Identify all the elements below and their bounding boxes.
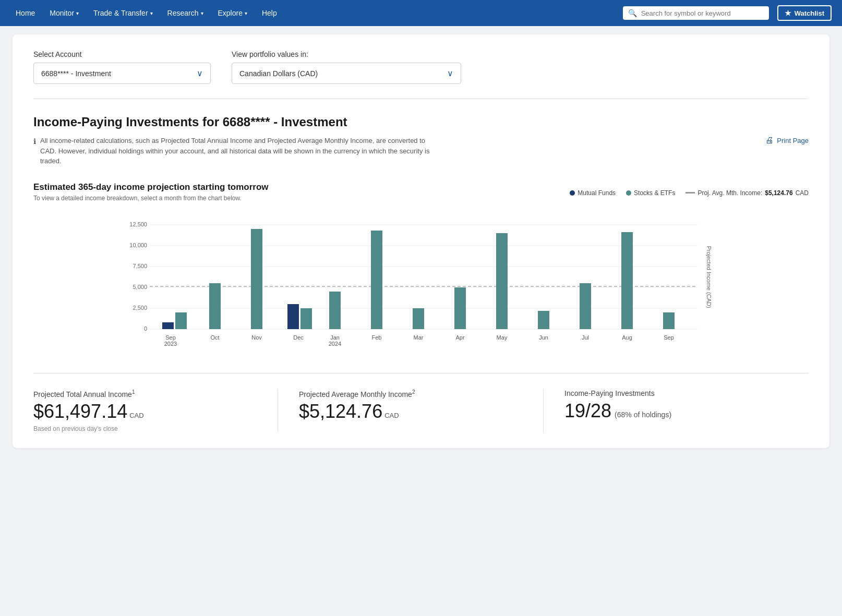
svg-text:May: May (497, 334, 508, 341)
info-row: ℹ All income-related calculations, such … (33, 136, 809, 166)
svg-text:Jul: Jul (582, 334, 589, 341)
svg-text:Aug: Aug (622, 334, 632, 341)
svg-text:Feb: Feb (372, 334, 382, 341)
page-title: Income-Paying Investments for 6688**** -… (33, 115, 809, 129)
stat-monthly-label: Projected Average Monthly Income2 (299, 389, 522, 398)
bar-jul-se[interactable] (580, 283, 591, 329)
chevron-down-icon: ▾ (245, 10, 247, 16)
svg-text:5,000: 5,000 (133, 284, 147, 290)
currency-selector-label: View portfolio values in: (232, 50, 461, 58)
info-text-block: ℹ All income-related calculations, such … (33, 136, 440, 166)
svg-text:Oct: Oct (210, 334, 219, 341)
legend-stocks-etfs: Stocks & ETFs (626, 189, 675, 197)
account-selector-group: Select Account 6688**** - Investment ∨ (33, 50, 211, 84)
chevron-down-icon: ▾ (150, 10, 153, 16)
account-selector-label: Select Account (33, 50, 211, 58)
nav-explore[interactable]: Explore ▾ (213, 6, 252, 20)
chart-title: Estimated 365-day income projection star… (33, 182, 269, 192)
navbar: Home Monitor ▾ Trade & Transfer ▾ Resear… (0, 0, 842, 26)
chart-section: Estimated 365-day income projection star… (33, 182, 809, 352)
nav-research[interactable]: Research ▾ (162, 6, 209, 20)
chart-svg-wrapper: 12,500 10,000 7,500 5,000 2,500 0 Projec… (33, 214, 809, 352)
svg-text:Mar: Mar (414, 334, 424, 341)
chart-subtitle: To view a detailed income breakdown, sel… (33, 195, 269, 202)
bar-apr-se[interactable] (454, 287, 466, 329)
svg-text:2024: 2024 (329, 341, 341, 347)
selectors-row: Select Account 6688**** - Investment ∨ V… (33, 50, 809, 99)
nav-trade-transfer[interactable]: Trade & Transfer ▾ (88, 6, 158, 20)
svg-text:Apr: Apr (455, 334, 464, 341)
watchlist-button[interactable]: ★ Watchlist (777, 5, 832, 21)
print-button[interactable]: 🖨 Print Page (765, 136, 809, 145)
bar-sep-se[interactable] (663, 312, 675, 329)
search-icon: 🔍 (628, 9, 637, 17)
svg-text:Nov: Nov (251, 334, 262, 341)
stat-annual-income: Projected Total Annual Income1 $61,497.1… (33, 389, 278, 432)
bar-mar-se[interactable] (413, 308, 424, 329)
svg-text:2023: 2023 (164, 341, 177, 347)
bar-nov-se[interactable] (251, 229, 262, 329)
bar-feb-se[interactable] (371, 231, 382, 329)
stat-monthly-income: Projected Average Monthly Income2 $5,124… (299, 389, 544, 432)
stat-holdings-label: Income-Paying Investments (564, 389, 788, 397)
svg-text:0: 0 (144, 325, 147, 332)
bar-chart-svg[interactable]: 12,500 10,000 7,500 5,000 2,500 0 Projec… (33, 214, 809, 350)
svg-text:Projected Income (CAD): Projected Income (CAD) (706, 246, 712, 308)
stat-annual-value-row: $61,497.14CAD (33, 401, 257, 422)
bar-may-se[interactable] (496, 233, 508, 329)
svg-text:2,500: 2,500 (133, 305, 147, 311)
main-content: Select Account 6688**** - Investment ∨ V… (13, 34, 829, 448)
info-icon: ℹ (33, 136, 36, 147)
bar-oct-se[interactable] (209, 283, 221, 329)
chevron-down-icon: ▾ (201, 10, 203, 16)
chevron-down-icon: ∨ (197, 68, 203, 78)
nav-monitor[interactable]: Monitor ▾ (44, 6, 84, 20)
svg-text:Sep: Sep (664, 334, 674, 341)
bar-aug-se[interactable] (621, 232, 633, 329)
svg-text:Dec: Dec (293, 334, 304, 341)
stats-row: Projected Total Annual Income1 $61,497.1… (33, 373, 809, 432)
svg-text:10,000: 10,000 (129, 242, 147, 248)
bar-jun-se[interactable] (538, 311, 549, 329)
account-selector-dropdown[interactable]: 6688**** - Investment ∨ (33, 63, 211, 84)
printer-icon: 🖨 (765, 136, 774, 145)
svg-text:Sep: Sep (165, 334, 176, 341)
nav-home[interactable]: Home (10, 6, 40, 20)
bar-jan-se[interactable] (329, 292, 341, 329)
chart-container: 12,500 10,000 7,500 5,000 2,500 0 Projec… (33, 214, 809, 352)
nav-help[interactable]: Help (257, 6, 282, 20)
star-icon: ★ (785, 9, 791, 17)
search-input[interactable] (641, 9, 764, 17)
legend-mutual-funds: Mutual Funds (570, 189, 616, 197)
chart-titles: Estimated 365-day income projection star… (33, 182, 269, 210)
svg-text:7,500: 7,500 (133, 263, 147, 269)
stocks-etfs-dot (626, 190, 631, 196)
stat-holdings-value-row: 19/28(68% of holdings) (564, 401, 788, 421)
stat-monthly-value-row: $5,124.76CAD (299, 401, 522, 422)
dashed-line-icon (685, 192, 695, 194)
chart-legend: Mutual Funds Stocks & ETFs Proj. Avg. Mt… (570, 189, 809, 197)
chevron-down-icon: ▾ (76, 10, 79, 16)
chart-legend-row: Estimated 365-day income projection star… (33, 182, 809, 210)
legend-proj-avg: Proj. Avg. Mth. Income: $5,124.76 CAD (685, 189, 809, 197)
chevron-down-icon: ∨ (447, 68, 453, 78)
svg-text:Jun: Jun (539, 334, 548, 341)
stat-annual-label: Projected Total Annual Income1 (33, 389, 257, 398)
search-box[interactable]: 🔍 (623, 6, 769, 20)
svg-text:12,500: 12,500 (129, 221, 147, 227)
svg-text:Jan: Jan (330, 334, 340, 341)
currency-selector-dropdown[interactable]: Canadian Dollars (CAD) ∨ (232, 63, 461, 84)
bar-dec-mf[interactable] (287, 304, 299, 329)
bar-dec-se[interactable] (300, 308, 312, 329)
bar-sep23-se[interactable] (175, 312, 187, 329)
bar-sep23-mf[interactable] (162, 322, 174, 329)
stat-holdings: Income-Paying Investments 19/28(68% of h… (564, 389, 809, 432)
mutual-funds-dot (570, 190, 575, 196)
currency-selector-group: View portfolio values in: Canadian Dolla… (232, 50, 461, 84)
